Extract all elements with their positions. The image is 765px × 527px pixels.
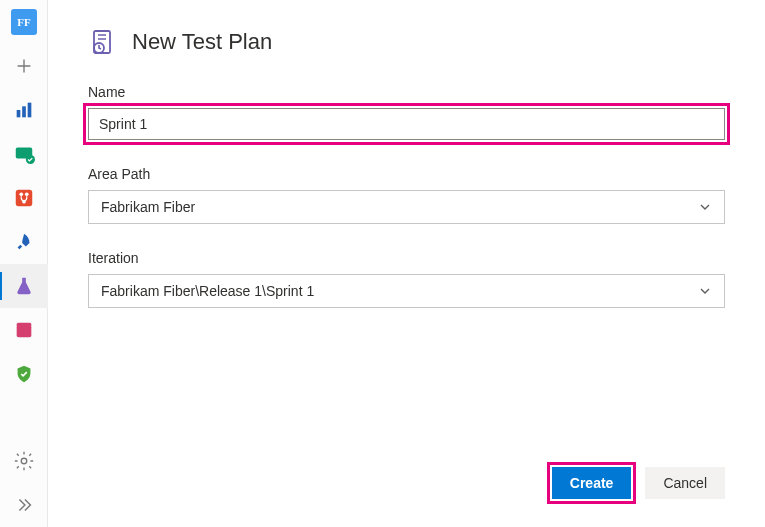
rocket-icon [13, 231, 35, 253]
test-plan-icon [88, 28, 116, 56]
chevron-down-icon [698, 200, 712, 214]
board-icon [13, 143, 35, 165]
nav-sidebar: FF [0, 0, 48, 527]
svg-rect-3 [22, 106, 26, 117]
iteration-dropdown[interactable]: Fabrikam Fiber\Release 1\Sprint 1 [88, 274, 725, 308]
page-header: New Test Plan [88, 28, 725, 56]
area-path-value: Fabrikam Fiber [101, 199, 195, 215]
svg-rect-4 [27, 103, 31, 118]
project-logo[interactable]: FF [0, 0, 48, 44]
name-input[interactable] [88, 108, 725, 140]
sidebar-item-pipelines[interactable] [0, 220, 48, 264]
field-area-path: Area Path Fabrikam Fiber [88, 166, 725, 224]
sidebar-item-repos[interactable] [0, 176, 48, 220]
svg-point-8 [19, 193, 23, 197]
name-label: Name [88, 84, 725, 100]
main-panel: New Test Plan Name Area Path Fabrikam Fi… [48, 0, 765, 527]
flask-icon [13, 275, 35, 297]
chevron-down-icon [698, 284, 712, 298]
field-name: Name [88, 84, 725, 140]
cancel-button[interactable]: Cancel [645, 467, 725, 499]
area-path-dropdown[interactable]: Fabrikam Fiber [88, 190, 725, 224]
sidebar-item-overview[interactable] [0, 88, 48, 132]
dialog-footer: Create Cancel [88, 467, 725, 499]
sidebar-item-settings[interactable] [0, 439, 48, 483]
svg-point-9 [24, 193, 28, 197]
shield-check-icon [13, 363, 35, 385]
sidebar-item-expand[interactable] [0, 483, 48, 527]
gear-icon [13, 450, 35, 472]
field-iteration: Iteration Fabrikam Fiber\Release 1\Sprin… [88, 250, 725, 308]
svg-rect-7 [15, 190, 32, 207]
chart-icon [13, 99, 35, 121]
svg-point-13 [21, 458, 27, 464]
iteration-value: Fabrikam Fiber\Release 1\Sprint 1 [101, 283, 314, 299]
sidebar-item-test-plans[interactable] [0, 264, 48, 308]
svg-rect-12 [16, 323, 31, 328]
sidebar-item-add[interactable] [0, 44, 48, 88]
page-title: New Test Plan [132, 29, 272, 55]
sidebar-item-artifacts[interactable] [0, 308, 48, 352]
branch-icon [13, 187, 35, 209]
package-icon [13, 319, 35, 341]
iteration-label: Iteration [88, 250, 725, 266]
create-button[interactable]: Create [552, 467, 632, 499]
plus-icon [13, 55, 35, 77]
svg-text:FF: FF [17, 16, 31, 28]
area-label: Area Path [88, 166, 725, 182]
svg-rect-2 [16, 110, 20, 117]
sidebar-item-boards[interactable] [0, 132, 48, 176]
chevron-double-right-icon [13, 494, 35, 516]
sidebar-item-compliance[interactable] [0, 352, 48, 396]
